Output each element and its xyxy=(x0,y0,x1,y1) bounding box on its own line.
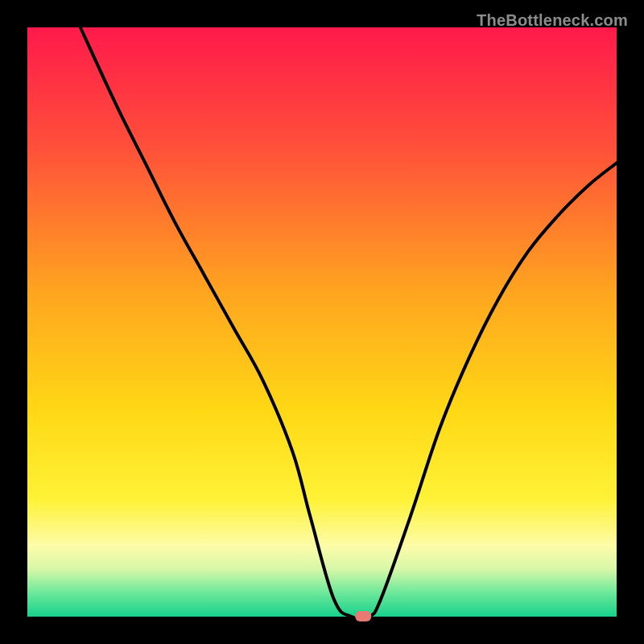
bottleneck-chart xyxy=(13,13,631,631)
watermark-text: TheBottleneck.com xyxy=(477,11,628,30)
chart-frame: TheBottleneck.com xyxy=(13,13,631,631)
marker-dot xyxy=(355,611,371,621)
gradient-background xyxy=(27,27,617,617)
